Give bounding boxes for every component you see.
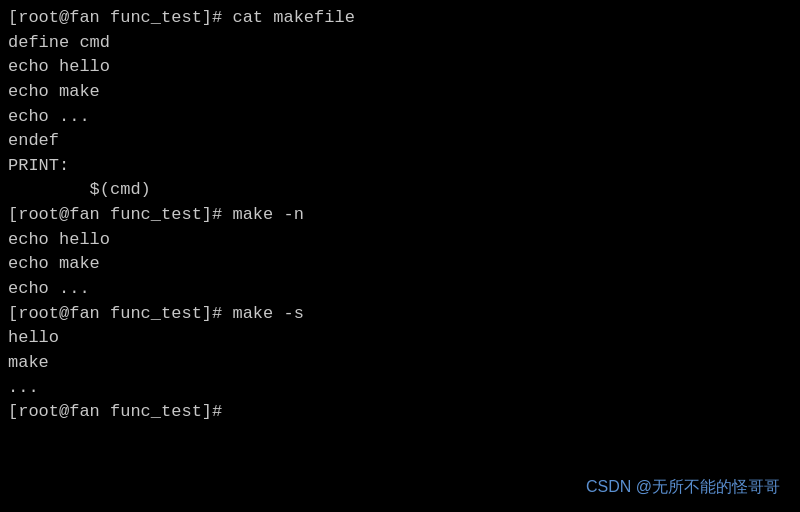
terminal-line-3: echo make: [8, 80, 792, 105]
terminal-line-17: [root@fan func_test]#: [8, 400, 792, 425]
terminal-window: [root@fan func_test]# cat makefiledefine…: [0, 0, 800, 512]
watermark: CSDN @无所不能的怪哥哥: [586, 475, 780, 498]
terminal-line-16: ...: [8, 376, 792, 401]
terminal-line-7: PRINT:: [8, 154, 792, 179]
terminal-line-2: echo hello: [8, 55, 792, 80]
terminal-line-5: endef: [8, 129, 792, 154]
terminal-line-13: [root@fan func_test]# make -s: [8, 302, 792, 327]
terminal-line-4: echo ...: [8, 105, 792, 130]
terminal-line-0: [root@fan func_test]# cat makefile: [8, 6, 792, 31]
terminal-line-1: define cmd: [8, 31, 792, 56]
terminal-line-9: [root@fan func_test]# make -n: [8, 203, 792, 228]
terminal-line-8: $(cmd): [8, 178, 792, 203]
terminal-line-15: make: [8, 351, 792, 376]
terminal-line-11: echo make: [8, 252, 792, 277]
terminal-content: [root@fan func_test]# cat makefiledefine…: [8, 6, 792, 425]
terminal-line-14: hello: [8, 326, 792, 351]
terminal-line-10: echo hello: [8, 228, 792, 253]
terminal-line-12: echo ...: [8, 277, 792, 302]
